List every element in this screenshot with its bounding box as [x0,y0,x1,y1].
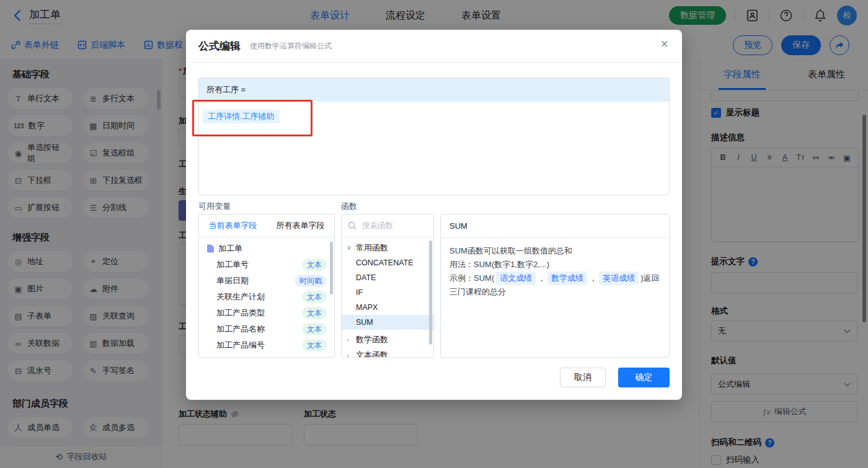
function-description: SUM函数可以获取一组数值的总和 [450,244,660,258]
formula-target: 所有工序 = [199,78,669,102]
chevron-closed-icon: › [347,351,353,358]
function-name: SUM [441,214,669,238]
chevron-open-icon: ∨ [347,244,353,252]
close-icon[interactable]: × [660,37,668,51]
variable-row[interactable]: 加工产品编号文本 [199,337,334,353]
formula-token[interactable]: 工序详情.工序辅助 [203,110,280,123]
confirm-button[interactable]: 确定 [618,368,670,387]
variable-row[interactable]: 加工产品类型文本 [199,305,334,321]
tab-all-form-fields[interactable]: 所有表单字段 [267,220,334,231]
modal-subtitle: 使用数学运算符编辑公式 [250,41,332,51]
form-icon [206,244,215,253]
functions-scrollbar[interactable] [429,241,432,345]
example-chip: 语文成绩 [496,272,536,285]
variables-scrollbar[interactable] [330,242,333,294]
example-chip: 数学成绩 [547,272,587,285]
group-common-functions[interactable]: ∨常用函数 [342,240,433,255]
app-screen: 加工单 表单设计 流程设定 表单设置 数据管理 检 [0,0,868,468]
form-node[interactable]: 加工单 [199,241,334,257]
function-item-selected[interactable]: SUM [342,315,433,330]
variable-row[interactable]: 加工单号文本 [199,257,334,273]
type-badge: 文本 [302,339,327,351]
function-info-panel: SUM SUM函数可以获取一组数值的总和 用法：SUM(数字1,数字2,...)… [440,214,670,358]
formula-edit-modal: 公式编辑 使用数学运算符编辑公式 × 所有工序 = 工序详情.工序辅助 可用变量… [186,30,682,400]
type-badge: 文本 [302,323,327,335]
type-badge: 文本 [302,307,327,319]
functions-label: 函数 [341,201,357,212]
function-example: 示例：SUM(语文成绩，数学成绩，英语成绩)返回三门课程的总分 [450,272,660,299]
modal-header: 公式编辑 使用数学运算符编辑公式 × [186,30,682,63]
variable-row[interactable]: 单据日期时间戳 [199,273,334,289]
example-chip: 英语成绩 [599,272,639,285]
group-math-functions[interactable]: ›数学函数 [342,332,433,347]
variables-panel: 当前表单字段 所有表单字段 加工单 加工单号文本 单据日期时间戳 关联生产计划文… [198,214,335,358]
variables-label: 可用变量 [198,201,231,212]
group-text-functions[interactable]: ›文本函数 [342,347,433,358]
function-item[interactable]: MAPX [342,300,433,315]
type-badge: 文本 [302,258,327,271]
function-search[interactable] [342,214,433,237]
type-badge: 时间戳 [294,275,327,287]
variable-row[interactable]: 关联生产计划文本 [199,289,334,305]
type-badge: 文本 [302,291,327,303]
formula-editor[interactable]: 所有工序 = [198,77,670,195]
function-item[interactable]: DATE [342,270,433,285]
function-item[interactable]: IF [342,285,433,300]
function-item[interactable]: CONCATENATE [342,255,433,270]
function-search-input[interactable] [361,221,425,231]
chevron-closed-icon: › [347,336,353,343]
cancel-button[interactable]: 取消 [560,368,606,387]
tab-current-form-fields[interactable]: 当前表单字段 [199,220,267,231]
functions-panel: ∨常用函数 CONCATENATE DATE IF MAPX SUM ›数学函数… [341,214,434,358]
function-usage: 用法：SUM(数字1,数字2,...) [450,258,660,272]
modal-title: 公式编辑 [198,39,241,53]
search-icon [348,221,356,230]
variable-row[interactable]: 加工产品名称文本 [199,321,334,337]
